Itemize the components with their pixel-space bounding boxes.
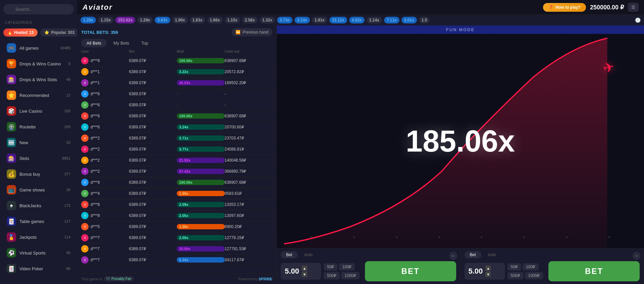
- quick-row-3: 50₽ 100₽: [507, 263, 543, 271]
- mult-badge[interactable]: 1.14x: [367, 17, 382, 23]
- bet-amount: 6389.07₽: [129, 202, 177, 207]
- sidebar-item-blackjacks[interactable]: ♠ BlackJacks 175: [2, 198, 75, 213]
- quick-50-2[interactable]: 50₽: [507, 263, 521, 271]
- sidebar-item-bonus-buy[interactable]: 💰 Bonus buy 377: [2, 166, 75, 182]
- axis-dot: [353, 236, 355, 238]
- sidebar-item-video-poker[interactable]: 🃏 Video Poker 80: [2, 261, 75, 276]
- live-casino-label: Live Casino: [19, 109, 61, 114]
- axis-dot: [608, 236, 610, 238]
- bet-mult: 21.92x: [177, 158, 225, 163]
- bet-mult: 3.77x: [177, 147, 225, 152]
- avatar: d: [81, 179, 89, 186]
- bet-cashout: 20572.82₽: [225, 69, 273, 74]
- bet-amount: 6389.07₽: [129, 80, 177, 85]
- stepper-up-1[interactable]: ▲: [302, 266, 307, 271]
- bet-button-2[interactable]: BET: [548, 261, 640, 281]
- bet-panel-2-inner: Bet Auto 5.00 ▲ ▼: [461, 248, 644, 284]
- mult-badge[interactable]: 3.74x: [277, 17, 292, 23]
- tab-my-bets[interactable]: My Bets: [108, 39, 135, 47]
- heated-tab[interactable]: 🔥 Heated 13: [3, 29, 38, 37]
- mult-badge[interactable]: 7.11x: [384, 17, 399, 23]
- mult-badge[interactable]: 1.28x: [80, 17, 96, 23]
- mult-badge[interactable]: 1.83x: [190, 17, 205, 23]
- bet-mult: 3.22x: [177, 69, 225, 74]
- how-to-play-button[interactable]: ❓ How to play?: [543, 3, 586, 12]
- sidebar-item-jackpots[interactable]: 🏅 Jackpots 114: [2, 229, 75, 245]
- stepper-up-2[interactable]: ▲: [485, 266, 491, 271]
- sidebar-item-drops-wins-slots[interactable]: 🎰 Drops & Wins Slots 48: [2, 72, 75, 87]
- quick-100-1[interactable]: 100₽: [339, 263, 355, 271]
- mult-badge[interactable]: 1.66x: [207, 17, 223, 23]
- mult-badge[interactable]: 1.15x: [98, 17, 113, 23]
- how-to-play-label: How to play?: [555, 5, 581, 10]
- mult-badge[interactable]: 32.12x: [329, 17, 347, 23]
- bottom-controls: Bet Auto 5.00 ▲ ▼: [277, 248, 644, 284]
- mult-badge[interactable]: 4.02x: [349, 17, 365, 23]
- bet-controls-2: 5.00 ▲ ▼ 50₽ 100₽: [465, 261, 640, 281]
- sidebar-item-virtual-sports[interactable]: ⚽ Virtual Sports 90: [2, 245, 75, 261]
- mult-badge[interactable]: 1.91x: [312, 17, 327, 23]
- bet-mult: 100.00x: [177, 180, 225, 185]
- mult-badge[interactable]: 3.01x: [401, 17, 417, 23]
- bet-cashout: 24086.81₽: [225, 147, 273, 152]
- bet-username: d***8: [91, 213, 100, 218]
- table-games-icon: 🃏: [7, 217, 16, 226]
- mult-badge[interactable]: 3.14x: [294, 17, 310, 23]
- quick-50-1[interactable]: 50₽: [324, 263, 337, 271]
- quick-1000-2[interactable]: 1000₽: [525, 272, 543, 279]
- close-panel-1-button[interactable]: −: [449, 252, 457, 260]
- video-poker-count: 80: [66, 267, 70, 271]
- quick-1000-1[interactable]: 1000₽: [341, 272, 360, 279]
- axis-dot: [523, 236, 525, 238]
- bet-tab-1-auto[interactable]: Auto: [299, 251, 318, 259]
- sidebar-item-new[interactable]: 🆕 New 53: [2, 135, 75, 150]
- mult-badge[interactable]: 5.63x: [155, 17, 170, 23]
- sidebar-item-all-games[interactable]: 🎮 All games 10485: [2, 40, 75, 56]
- drops-wins-casino-label: Drops & Wins Casino: [19, 61, 65, 66]
- table-row: d d***6 6389.07₽ 100.00x 638907.68₽: [77, 111, 276, 122]
- bet-cashout: 9583.61₽: [225, 191, 273, 196]
- bet-tab-1-bet[interactable]: Bet: [281, 251, 298, 259]
- bet-cashout: -: [225, 103, 273, 107]
- popular-tab[interactable]: ⭐ Popular 303: [40, 29, 77, 37]
- bet-button-1[interactable]: BET: [365, 261, 456, 281]
- mult-badge[interactable]: 1.5: [419, 17, 430, 23]
- quick-500-1[interactable]: 500₽: [324, 272, 340, 279]
- provably-fair-badge[interactable]: 🛡 Provably Fair: [104, 276, 134, 281]
- bet-user: d d***8: [81, 57, 129, 64]
- sidebar-item-slots[interactable]: 🎰 Slots 8851: [2, 151, 75, 166]
- video-poker-icon: 🃏: [7, 264, 16, 273]
- virtual-sports-icon: ⚽: [7, 248, 16, 258]
- avatar: d: [81, 112, 89, 120]
- sidebar-item-drops-wins-casino[interactable]: 🏆 Drops & Wins Casino 8: [2, 56, 75, 71]
- stepper-down-1[interactable]: ▼: [302, 272, 307, 277]
- avatar: d: [81, 57, 89, 64]
- mult-badge[interactable]: 1.29x: [137, 17, 153, 23]
- tab-top[interactable]: Top: [136, 39, 154, 47]
- mult-badge[interactable]: 2.58x: [242, 17, 258, 23]
- sidebar-item-table-games[interactable]: 🃏 Table games 117: [2, 214, 75, 229]
- close-panel-2-button[interactable]: −: [633, 252, 641, 260]
- multiplier-strip: 1.28x1.15x252.62x1.29x5.63x1.90x1.83x1.6…: [77, 15, 644, 25]
- clock-icon[interactable]: 🕐: [635, 17, 641, 23]
- sidebar-item-game-shows[interactable]: 📺 Game shows 28: [2, 182, 75, 197]
- bet-tab-2-auto[interactable]: Auto: [483, 251, 502, 259]
- menu-button[interactable]: ☰: [628, 3, 639, 12]
- search-input[interactable]: [3, 4, 74, 14]
- mult-badge[interactable]: 252.62x: [115, 17, 135, 23]
- stepper-down-2[interactable]: ▼: [485, 272, 491, 277]
- mult-badge[interactable]: 1.90x: [172, 17, 188, 23]
- table-row: d d***6 6389.07₽ - -: [77, 89, 276, 100]
- mult-badge[interactable]: 1.15x: [225, 17, 240, 23]
- quick-row-4: 500₽ 1000₽: [507, 272, 543, 279]
- bet-tab-2-bet[interactable]: Bet: [465, 251, 481, 259]
- tab-all-bets[interactable]: All Bets: [81, 39, 107, 47]
- sidebar-item-recommended[interactable]: ⭐ Recommended 12: [2, 88, 75, 103]
- quick-500-2[interactable]: 500₽: [507, 272, 524, 279]
- sidebar-item-roulette[interactable]: 🎡 Roulette 209: [2, 119, 75, 134]
- mult-badge[interactable]: 1.32x: [260, 17, 275, 23]
- sidebar-item-live-casino[interactable]: 🎲 Live Casino 335: [2, 103, 75, 119]
- bet-username: d***7: [91, 258, 100, 262]
- quick-100-2[interactable]: 100₽: [523, 263, 539, 271]
- prev-hand-button[interactable]: ⏪ Previous hand: [231, 28, 272, 36]
